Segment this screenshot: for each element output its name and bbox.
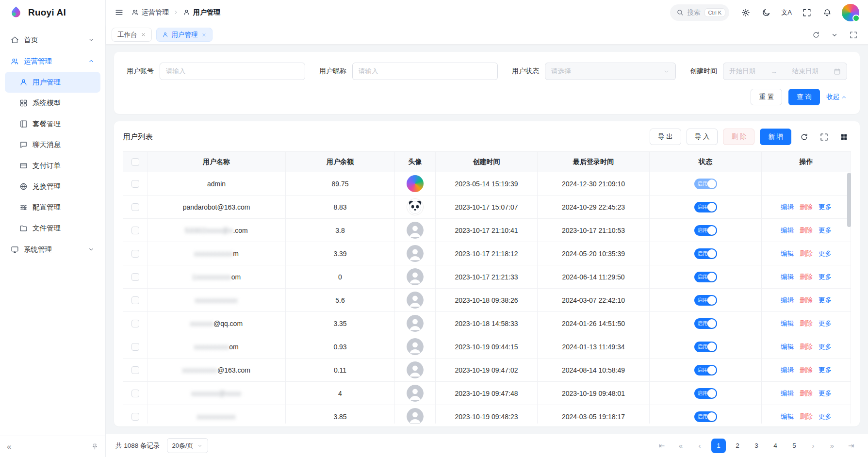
hamburger-icon[interactable] [115,8,124,17]
more-link[interactable]: 更多 [819,296,832,304]
row-checkbox[interactable] [131,390,139,397]
sidebar-item-config[interactable]: 配置管理 [5,197,100,218]
refresh-table-button[interactable] [797,130,811,144]
sidebar-item-user[interactable]: 用户管理 [5,72,100,93]
next-page-button[interactable]: › [806,439,820,453]
date-range-input[interactable]: 开始日期 → 结束日期 [723,63,847,80]
delete-link[interactable]: 删除 [800,296,813,304]
more-link[interactable]: 更多 [819,390,832,397]
row-checkbox[interactable] [131,250,139,258]
page-button-2[interactable]: 2 [730,439,745,453]
more-link[interactable]: 更多 [819,250,832,257]
status-toggle[interactable]: 启用 [694,225,717,236]
first-page-button[interactable]: ⇤ [655,439,669,453]
delete-link[interactable]: 删除 [800,227,813,234]
account-input[interactable]: 请输入 [160,63,305,80]
row-checkbox[interactable] [131,203,139,211]
status-toggle[interactable]: 启用 [694,411,717,422]
status-toggle[interactable]: 启用 [694,248,717,259]
user-avatar[interactable] [842,4,859,21]
import-button[interactable]: 导 入 [687,129,718,145]
edit-link[interactable]: 编辑 [781,203,794,211]
search-button[interactable]: 查 询 [788,89,820,105]
delete-link[interactable]: 删除 [800,390,813,397]
sidebar-item-model[interactable]: 系统模型 [5,93,100,114]
brand[interactable]: Ruoyi AI [0,0,105,25]
sidebar-item-system[interactable]: 系统管理 [5,239,100,260]
export-button[interactable]: 导 出 [650,129,681,145]
tab-workbench[interactable]: 工作台 [112,28,152,42]
scrollbar-thumb[interactable] [847,173,851,227]
sidebar-item-exchange[interactable]: 兑换管理 [5,176,100,197]
edit-link[interactable]: 编辑 [781,250,794,257]
add-button[interactable]: 新 增 [760,129,791,145]
jump-back-button[interactable]: « [673,439,688,453]
dark-mode-button[interactable] [757,4,775,21]
more-link[interactable]: 更多 [819,320,832,327]
edit-link[interactable]: 编辑 [781,273,794,280]
delete-link[interactable]: 删除 [800,320,813,327]
page-button-4[interactable]: 4 [768,439,783,453]
edit-link[interactable]: 编辑 [781,227,794,234]
more-link[interactable]: 更多 [819,366,832,374]
content-fullscreen-button[interactable] [844,25,862,44]
edit-link[interactable]: 编辑 [781,413,794,420]
delete-link[interactable]: 删除 [800,413,813,420]
more-link[interactable]: 更多 [819,227,832,234]
page-size-select[interactable]: 20条/页 [167,438,208,453]
sidebar-item-home[interactable]: 首页 [5,29,100,50]
page-button-5[interactable]: 5 [787,439,802,453]
notifications-button[interactable] [819,4,836,21]
edit-link[interactable]: 编辑 [781,390,794,397]
jump-forward-button[interactable]: » [825,439,839,453]
edit-link[interactable]: 编辑 [781,320,794,327]
last-page-button[interactable]: ⇥ [844,439,858,453]
status-toggle[interactable]: 启用 [694,318,717,329]
delete-link[interactable]: 删除 [800,250,813,257]
row-checkbox[interactable] [131,227,139,234]
delete-link[interactable]: 删除 [800,203,813,211]
status-select[interactable]: 请选择 [545,63,676,80]
reset-button[interactable]: 重 置 [751,89,782,105]
sidebar-item-payment[interactable]: 支付订单 [5,155,100,176]
edit-link[interactable]: 编辑 [781,296,794,304]
refresh-tab-button[interactable] [807,25,825,44]
column-settings-button[interactable] [836,130,851,144]
page-button-1[interactable]: 1 [711,439,726,453]
edit-link[interactable]: 编辑 [781,343,794,350]
more-link[interactable]: 更多 [819,273,832,280]
status-toggle[interactable]: 启用 [694,202,717,212]
select-all-checkbox[interactable] [131,158,139,166]
row-checkbox[interactable] [131,366,139,374]
status-toggle[interactable]: 启用 [694,179,717,189]
sidebar-item-chat[interactable]: 聊天消息 [5,134,100,155]
status-toggle[interactable]: 启用 [694,342,717,352]
row-checkbox[interactable] [131,180,139,188]
status-toggle[interactable]: 启用 [694,388,717,399]
row-checkbox[interactable] [131,296,139,304]
row-checkbox[interactable] [131,320,139,327]
collapse-filters-link[interactable]: 收起 [826,93,847,101]
more-link[interactable]: 更多 [819,413,832,420]
pin-icon[interactable] [91,443,98,450]
global-search[interactable]: 搜索 Ctrl K [670,4,730,21]
delete-link[interactable]: 删除 [800,366,813,374]
breadcrumb-user-management[interactable]: 用户管理 [183,8,220,17]
status-toggle[interactable]: 启用 [694,272,717,282]
delete-link[interactable]: 删除 [800,343,813,350]
language-button[interactable]: 文A [778,4,795,21]
fullscreen-button[interactable] [798,4,816,21]
tab-menu-button[interactable] [825,25,844,44]
table-scrollbar[interactable] [847,173,851,422]
edit-link[interactable]: 编辑 [781,366,794,374]
breadcrumb-operations[interactable]: 运营管理 [131,8,169,17]
sidebar-item-operations[interactable]: 运营管理 [5,50,100,72]
page-button-3[interactable]: 3 [749,439,764,453]
collapse-sidebar-button[interactable]: « [7,442,11,452]
row-checkbox[interactable] [131,343,139,351]
close-icon[interactable] [201,32,207,37]
prev-page-button[interactable]: ‹ [692,439,707,453]
more-link[interactable]: 更多 [819,203,832,211]
close-icon[interactable] [141,32,146,37]
more-link[interactable]: 更多 [819,343,832,350]
